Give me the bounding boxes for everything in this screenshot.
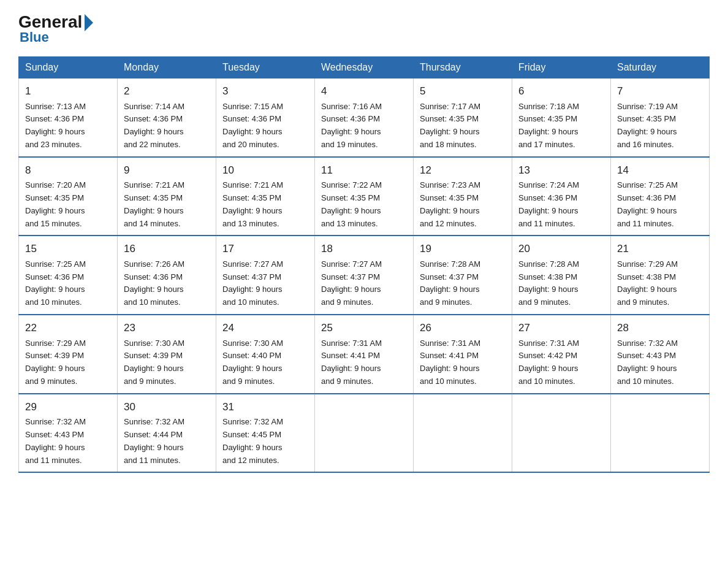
day-info: Sunrise: 7:30 AMSunset: 4:40 PMDaylight:… — [222, 337, 308, 388]
page-header: General Blue — [18, 12, 710, 45]
day-info: Sunrise: 7:25 AMSunset: 4:36 PMDaylight:… — [25, 258, 111, 309]
day-number: 7 — [617, 83, 703, 99]
calendar-cell: 24Sunrise: 7:30 AMSunset: 4:40 PMDayligh… — [216, 315, 315, 394]
day-number: 27 — [518, 320, 604, 336]
day-number: 18 — [321, 241, 407, 257]
calendar-cell: 10Sunrise: 7:21 AMSunset: 4:35 PMDayligh… — [216, 157, 315, 236]
day-number: 6 — [518, 83, 604, 99]
header-cell-saturday: Saturday — [611, 57, 710, 79]
day-number: 14 — [617, 163, 703, 178]
header-cell-sunday: Sunday — [19, 57, 118, 79]
day-number: 24 — [222, 320, 308, 336]
day-info: Sunrise: 7:29 AMSunset: 4:39 PMDaylight:… — [25, 337, 111, 388]
day-info: Sunrise: 7:18 AMSunset: 4:35 PMDaylight:… — [518, 101, 604, 151]
calendar-cell: 6Sunrise: 7:18 AMSunset: 4:35 PMDaylight… — [512, 79, 611, 157]
calendar-cell: 9Sunrise: 7:21 AMSunset: 4:35 PMDaylight… — [118, 157, 216, 236]
day-number: 16 — [124, 241, 210, 257]
calendar-cell — [611, 394, 710, 473]
day-info: Sunrise: 7:15 AMSunset: 4:36 PMDaylight:… — [222, 101, 308, 151]
day-info: Sunrise: 7:32 AMSunset: 4:43 PMDaylight:… — [25, 416, 111, 467]
logo: General Blue — [18, 12, 93, 45]
header-cell-monday: Monday — [118, 57, 216, 79]
logo-blue-text: Blue — [20, 29, 49, 45]
calendar-cell: 2Sunrise: 7:14 AMSunset: 4:36 PMDaylight… — [118, 79, 216, 157]
day-info: Sunrise: 7:29 AMSunset: 4:38 PMDaylight:… — [617, 258, 703, 309]
calendar-cell: 17Sunrise: 7:27 AMSunset: 4:37 PMDayligh… — [216, 236, 315, 315]
day-number: 23 — [124, 320, 210, 336]
calendar-cell: 5Sunrise: 7:17 AMSunset: 4:35 PMDaylight… — [414, 79, 512, 157]
day-info: Sunrise: 7:13 AMSunset: 4:36 PMDaylight:… — [25, 101, 111, 151]
calendar-cell: 8Sunrise: 7:20 AMSunset: 4:35 PMDaylight… — [19, 157, 118, 236]
day-number: 9 — [124, 163, 210, 178]
day-info: Sunrise: 7:21 AMSunset: 4:35 PMDaylight:… — [222, 179, 308, 230]
calendar-body: 1Sunrise: 7:13 AMSunset: 4:36 PMDaylight… — [19, 79, 710, 473]
day-number: 17 — [222, 241, 308, 257]
day-number: 31 — [222, 399, 308, 415]
day-info: Sunrise: 7:23 AMSunset: 4:35 PMDaylight:… — [420, 179, 506, 230]
day-info: Sunrise: 7:16 AMSunset: 4:36 PMDaylight:… — [321, 101, 407, 151]
calendar-cell: 23Sunrise: 7:30 AMSunset: 4:39 PMDayligh… — [118, 315, 216, 394]
day-number: 3 — [222, 83, 308, 99]
day-number: 21 — [617, 241, 703, 257]
day-info: Sunrise: 7:28 AMSunset: 4:38 PMDaylight:… — [518, 258, 604, 309]
calendar-cell: 21Sunrise: 7:29 AMSunset: 4:38 PMDayligh… — [611, 236, 710, 315]
day-number: 25 — [321, 320, 407, 336]
day-info: Sunrise: 7:24 AMSunset: 4:36 PMDaylight:… — [518, 179, 604, 230]
day-number: 5 — [420, 83, 506, 99]
calendar-cell: 20Sunrise: 7:28 AMSunset: 4:38 PMDayligh… — [512, 236, 611, 315]
day-info: Sunrise: 7:25 AMSunset: 4:36 PMDaylight:… — [617, 179, 703, 230]
calendar-cell — [512, 394, 611, 473]
day-info: Sunrise: 7:21 AMSunset: 4:35 PMDaylight:… — [124, 179, 210, 230]
day-number: 4 — [321, 83, 407, 99]
day-info: Sunrise: 7:17 AMSunset: 4:35 PMDaylight:… — [420, 101, 506, 151]
header-cell-wednesday: Wednesday — [315, 57, 414, 79]
calendar-cell: 31Sunrise: 7:32 AMSunset: 4:45 PMDayligh… — [216, 394, 315, 473]
calendar-cell: 4Sunrise: 7:16 AMSunset: 4:36 PMDaylight… — [315, 79, 414, 157]
day-info: Sunrise: 7:28 AMSunset: 4:37 PMDaylight:… — [420, 258, 506, 309]
day-number: 28 — [617, 320, 703, 336]
week-row-3: 15Sunrise: 7:25 AMSunset: 4:36 PMDayligh… — [19, 236, 710, 315]
calendar-cell: 1Sunrise: 7:13 AMSunset: 4:36 PMDaylight… — [19, 79, 118, 157]
day-number: 1 — [25, 83, 111, 99]
calendar-cell: 11Sunrise: 7:22 AMSunset: 4:35 PMDayligh… — [315, 157, 414, 236]
day-number: 19 — [420, 241, 506, 257]
day-number: 8 — [25, 163, 111, 178]
week-row-5: 29Sunrise: 7:32 AMSunset: 4:43 PMDayligh… — [19, 394, 710, 473]
calendar-cell — [414, 394, 512, 473]
header-row: SundayMondayTuesdayWednesdayThursdayFrid… — [19, 57, 710, 79]
day-number: 10 — [222, 163, 308, 178]
day-number: 30 — [124, 399, 210, 415]
day-number: 12 — [420, 163, 506, 178]
day-info: Sunrise: 7:20 AMSunset: 4:35 PMDaylight:… — [25, 179, 111, 230]
calendar-cell: 3Sunrise: 7:15 AMSunset: 4:36 PMDaylight… — [216, 79, 315, 157]
header-cell-friday: Friday — [512, 57, 611, 79]
day-info: Sunrise: 7:19 AMSunset: 4:35 PMDaylight:… — [617, 101, 703, 151]
calendar-header: SundayMondayTuesdayWednesdayThursdayFrid… — [19, 57, 710, 79]
day-info: Sunrise: 7:32 AMSunset: 4:43 PMDaylight:… — [617, 337, 703, 388]
day-info: Sunrise: 7:27 AMSunset: 4:37 PMDaylight:… — [222, 258, 308, 309]
calendar-cell — [315, 394, 414, 473]
day-info: Sunrise: 7:32 AMSunset: 4:45 PMDaylight:… — [222, 416, 308, 467]
day-number: 2 — [124, 83, 210, 99]
day-number: 26 — [420, 320, 506, 336]
calendar-cell: 30Sunrise: 7:32 AMSunset: 4:44 PMDayligh… — [118, 394, 216, 473]
header-cell-thursday: Thursday — [414, 57, 512, 79]
calendar-cell: 18Sunrise: 7:27 AMSunset: 4:37 PMDayligh… — [315, 236, 414, 315]
calendar-cell: 28Sunrise: 7:32 AMSunset: 4:43 PMDayligh… — [611, 315, 710, 394]
calendar-cell: 12Sunrise: 7:23 AMSunset: 4:35 PMDayligh… — [414, 157, 512, 236]
calendar-cell: 27Sunrise: 7:31 AMSunset: 4:42 PMDayligh… — [512, 315, 611, 394]
calendar-cell: 22Sunrise: 7:29 AMSunset: 4:39 PMDayligh… — [19, 315, 118, 394]
calendar-cell: 7Sunrise: 7:19 AMSunset: 4:35 PMDaylight… — [611, 79, 710, 157]
calendar-table: SundayMondayTuesdayWednesdayThursdayFrid… — [18, 56, 710, 473]
day-number: 15 — [25, 241, 111, 257]
day-number: 20 — [518, 241, 604, 257]
calendar-cell: 25Sunrise: 7:31 AMSunset: 4:41 PMDayligh… — [315, 315, 414, 394]
logo-arrow-icon — [85, 14, 93, 31]
day-info: Sunrise: 7:31 AMSunset: 4:42 PMDaylight:… — [518, 337, 604, 388]
calendar-cell: 14Sunrise: 7:25 AMSunset: 4:36 PMDayligh… — [611, 157, 710, 236]
day-info: Sunrise: 7:22 AMSunset: 4:35 PMDaylight:… — [321, 179, 407, 230]
week-row-2: 8Sunrise: 7:20 AMSunset: 4:35 PMDaylight… — [19, 157, 710, 236]
day-number: 29 — [25, 399, 111, 415]
day-info: Sunrise: 7:27 AMSunset: 4:37 PMDaylight:… — [321, 258, 407, 309]
day-number: 22 — [25, 320, 111, 336]
